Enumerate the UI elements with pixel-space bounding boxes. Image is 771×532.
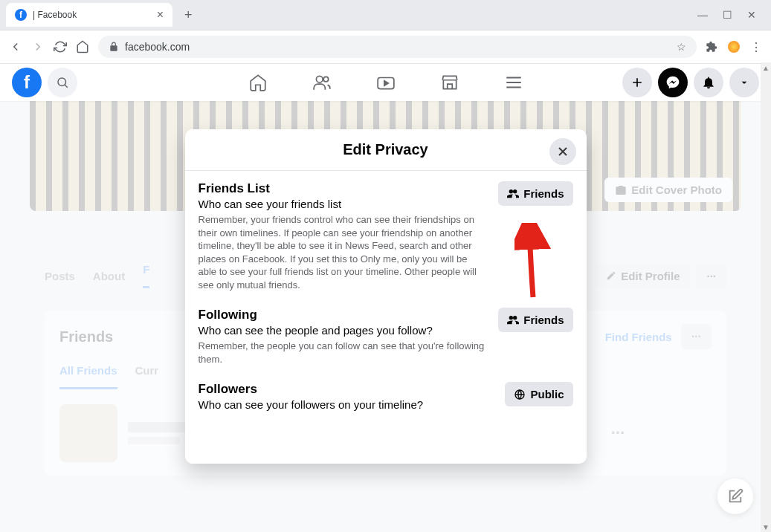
svg-point-2 [323,77,329,82]
maximize-icon[interactable]: ☐ [723,9,732,21]
section-detail: Remember, the people you can follow can … [199,340,487,366]
nav-friends-icon[interactable] [312,73,332,92]
friends-icon [507,188,519,200]
extension-icons: ⋮ [706,40,762,54]
globe-icon [514,389,526,400]
privacy-selector-following[interactable]: Friends [498,308,572,332]
url-text: facebook.com [125,41,190,53]
address-bar[interactable]: facebook.com ☆ [98,36,697,58]
extension-icon[interactable] [728,41,740,53]
messenger-button[interactable] [658,68,688,97]
reload-icon[interactable] [54,40,67,53]
svg-point-0 [58,78,66,86]
browser-tab[interactable]: f | Facebook × [6,3,172,27]
section-heading: Following [199,308,487,322]
modal-body: Friends List Who can see your friends li… [185,171,587,441]
section-heading: Friends List [199,181,487,196]
browser-tab-strip: f | Facebook × + — ☐ ✕ [0,0,771,30]
facebook-logo[interactable]: f [12,68,42,97]
privacy-label: Public [530,388,564,400]
section-subtitle: Who can see your friends list [199,198,487,210]
modal-overlay: Edit Privacy Friends List Who can see yo… [0,100,771,532]
close-modal-button[interactable] [549,138,576,165]
close-tab-icon[interactable]: × [157,8,164,22]
account-dropdown[interactable] [729,68,759,97]
modal-title: Edit Privacy [197,141,575,158]
window-controls: — ☐ ✕ [697,9,765,21]
privacy-label: Friends [523,187,564,200]
nav-watch-icon[interactable] [376,73,396,92]
privacy-selector-friends-list[interactable]: Friends [498,181,572,206]
section-followers: Followers Who can see your followers on … [199,382,573,414]
section-friends-list: Friends List Who can see your friends li… [199,181,573,291]
scroll-up-icon[interactable]: ▲ [761,62,771,73]
browser-toolbar: facebook.com ☆ ⋮ [0,30,771,64]
search-button[interactable] [48,68,77,97]
new-tab-button[interactable]: + [178,4,199,26]
home-icon[interactable] [76,40,89,53]
notifications-button[interactable] [694,68,723,97]
friends-icon [507,314,519,326]
nav-marketplace-icon[interactable] [440,73,459,92]
facebook-header: f [0,64,771,101]
back-icon[interactable] [9,40,22,53]
edit-privacy-modal: Edit Privacy Friends List Who can see yo… [185,129,587,464]
center-nav [248,73,523,92]
lock-icon [109,42,119,52]
scrollbar[interactable]: ▲ ▼ [761,62,771,532]
section-following: Following Who can see the people and pag… [199,308,573,366]
nav-home-icon[interactable] [248,73,268,92]
modal-header: Edit Privacy [185,129,587,171]
svg-point-1 [316,76,323,82]
section-subtitle: Who can see your followers on your timel… [199,398,494,411]
scroll-down-icon[interactable]: ▼ [761,522,771,532]
privacy-selector-followers[interactable]: Public [505,382,572,406]
browser-menu-icon[interactable]: ⋮ [750,40,762,54]
nav-menu-icon[interactable] [504,73,523,92]
bookmark-star-icon[interactable]: ☆ [677,41,686,53]
forward-icon[interactable] [31,40,45,53]
close-window-icon[interactable]: ✕ [747,9,756,21]
tab-title: | Facebook [33,10,77,20]
privacy-label: Friends [523,314,564,326]
extensions-icon[interactable] [706,41,717,53]
facebook-favicon: f [15,9,27,21]
create-button[interactable] [622,68,652,97]
section-heading: Followers [199,382,494,397]
header-right [622,68,759,97]
section-detail: Remember, your friends control who can s… [199,213,487,291]
minimize-icon[interactable]: — [697,9,708,21]
section-subtitle: Who can see the people and pages you fol… [199,324,487,337]
